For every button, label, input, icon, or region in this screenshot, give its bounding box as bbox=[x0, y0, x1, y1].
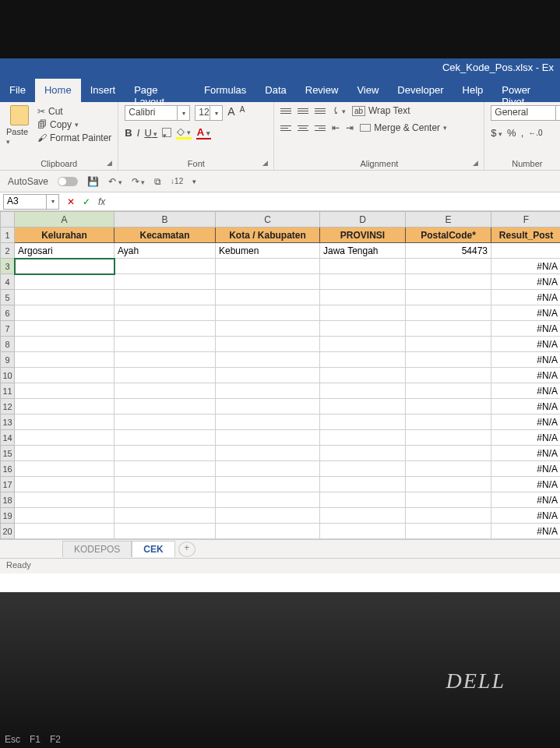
cell[interactable] bbox=[406, 321, 491, 337]
row-header[interactable]: 18 bbox=[1, 492, 15, 508]
row-header[interactable]: 12 bbox=[1, 399, 15, 415]
underline-button[interactable]: U bbox=[144, 127, 157, 139]
paste-button[interactable]: Paste bbox=[6, 105, 33, 146]
cell[interactable] bbox=[406, 305, 491, 321]
cell[interactable] bbox=[15, 446, 114, 461]
fx-icon[interactable]: fx bbox=[98, 196, 105, 207]
cell[interactable] bbox=[406, 446, 491, 461]
tab-file[interactable]: File bbox=[0, 79, 35, 102]
column-header[interactable]: F bbox=[491, 212, 561, 228]
cell[interactable] bbox=[114, 508, 216, 524]
cell[interactable] bbox=[491, 243, 561, 259]
cell[interactable]: #N/A bbox=[491, 430, 561, 446]
cell[interactable] bbox=[114, 446, 216, 461]
border-button[interactable] bbox=[162, 128, 171, 137]
align-center-button[interactable] bbox=[298, 125, 308, 131]
percent-format-button[interactable]: % bbox=[507, 127, 516, 139]
cell[interactable] bbox=[216, 274, 320, 290]
calculator-icon[interactable]: ▦ bbox=[212, 723, 234, 745]
cell[interactable] bbox=[216, 477, 320, 492]
cell[interactable]: #N/A bbox=[491, 337, 561, 352]
align-left-button[interactable] bbox=[280, 125, 291, 131]
cell[interactable]: Kebumen bbox=[216, 243, 320, 259]
new-sheet-button[interactable]: + bbox=[178, 542, 195, 557]
cell[interactable]: Argosari bbox=[15, 243, 114, 259]
cell[interactable] bbox=[406, 461, 491, 477]
cell[interactable] bbox=[320, 337, 406, 352]
cell[interactable] bbox=[320, 321, 406, 337]
cell[interactable] bbox=[216, 430, 320, 446]
cell[interactable] bbox=[114, 492, 216, 508]
cell[interactable] bbox=[114, 430, 216, 446]
row-header[interactable]: 13 bbox=[1, 415, 15, 430]
sheet-tab-cek[interactable]: CEK bbox=[132, 541, 174, 557]
wrap-text-button[interactable]: abWrap Text bbox=[352, 105, 410, 116]
row-header[interactable]: 8 bbox=[1, 337, 15, 352]
cell[interactable]: #N/A bbox=[491, 321, 561, 337]
cell[interactable] bbox=[114, 337, 216, 352]
name-box[interactable]: A3▾ bbox=[3, 194, 59, 210]
cell[interactable] bbox=[114, 259, 216, 274]
cell[interactable] bbox=[15, 274, 114, 290]
cell[interactable] bbox=[15, 415, 114, 430]
accounting-format-button[interactable]: $ bbox=[491, 127, 502, 139]
cell[interactable] bbox=[15, 337, 114, 352]
cell[interactable] bbox=[114, 461, 216, 477]
cell[interactable] bbox=[320, 524, 406, 539]
align-middle-button[interactable] bbox=[298, 108, 308, 114]
cell[interactable] bbox=[15, 492, 114, 508]
cell[interactable] bbox=[216, 259, 320, 274]
cell[interactable] bbox=[114, 383, 216, 399]
chevron-down-icon[interactable]: ▾ bbox=[210, 106, 222, 120]
row-header[interactable]: 1 bbox=[1, 228, 15, 243]
row-header[interactable]: 20 bbox=[1, 524, 15, 539]
increase-decimal-button[interactable]: ←.0 bbox=[528, 129, 542, 137]
cell[interactable] bbox=[320, 368, 406, 383]
row-header[interactable]: 9 bbox=[1, 352, 15, 368]
cell[interactable] bbox=[15, 430, 114, 446]
cell[interactable] bbox=[216, 508, 320, 524]
file-explorer-icon[interactable]: 🗂 bbox=[93, 723, 115, 745]
cell[interactable] bbox=[114, 399, 216, 415]
format-painter-button[interactable]: Format Painter bbox=[37, 132, 111, 145]
cell[interactable] bbox=[406, 477, 491, 492]
dialog-launcher-icon[interactable]: ◢ bbox=[473, 159, 482, 168]
cell[interactable]: #N/A bbox=[491, 477, 561, 492]
column-header[interactable]: C bbox=[216, 212, 320, 228]
qat-item[interactable]: ⧉ bbox=[154, 176, 161, 187]
row-header[interactable]: 4 bbox=[1, 274, 15, 290]
cell[interactable]: #N/A bbox=[491, 368, 561, 383]
tab-data[interactable]: Data bbox=[255, 79, 295, 102]
cell[interactable]: PROVINSI bbox=[320, 228, 406, 243]
cell[interactable]: #N/A bbox=[491, 524, 561, 539]
cell[interactable] bbox=[216, 399, 320, 415]
cell[interactable]: Jawa Tengah bbox=[320, 243, 406, 259]
cell[interactable] bbox=[15, 352, 114, 368]
cell[interactable] bbox=[406, 492, 491, 508]
cell[interactable] bbox=[406, 430, 491, 446]
undo-button[interactable] bbox=[108, 176, 122, 187]
orientation-button[interactable]: ⤹ bbox=[332, 105, 346, 116]
font-size-combo[interactable]: 12▾ bbox=[195, 105, 223, 121]
tab-developer[interactable]: Developer bbox=[388, 79, 453, 102]
row-header[interactable]: 17 bbox=[1, 477, 15, 492]
align-bottom-button[interactable] bbox=[315, 108, 326, 114]
cell[interactable]: #N/A bbox=[491, 461, 561, 477]
cell[interactable] bbox=[216, 337, 320, 352]
row-header[interactable]: 16 bbox=[1, 461, 15, 477]
tab-help[interactable]: Help bbox=[453, 79, 493, 102]
cell[interactable] bbox=[216, 305, 320, 321]
cell[interactable]: #N/A bbox=[491, 492, 561, 508]
cell[interactable] bbox=[15, 305, 114, 321]
cell[interactable] bbox=[216, 321, 320, 337]
chevron-down-icon[interactable]: ▾ bbox=[177, 106, 189, 120]
decrease-indent-button[interactable]: ⇤ bbox=[332, 122, 340, 133]
cell[interactable]: #N/A bbox=[491, 415, 561, 430]
cell[interactable]: #N/A bbox=[491, 446, 561, 461]
taskbar-app-icon[interactable]: ◍ bbox=[123, 723, 145, 745]
worksheet-grid[interactable]: A B C D E F 1 Kelurahan Kecamatan Kota /… bbox=[0, 211, 560, 539]
merge-center-button[interactable]: Merge & Center bbox=[360, 122, 447, 133]
row-header[interactable]: 6 bbox=[1, 305, 15, 321]
cell[interactable] bbox=[406, 524, 491, 539]
select-all-button[interactable] bbox=[1, 212, 15, 228]
